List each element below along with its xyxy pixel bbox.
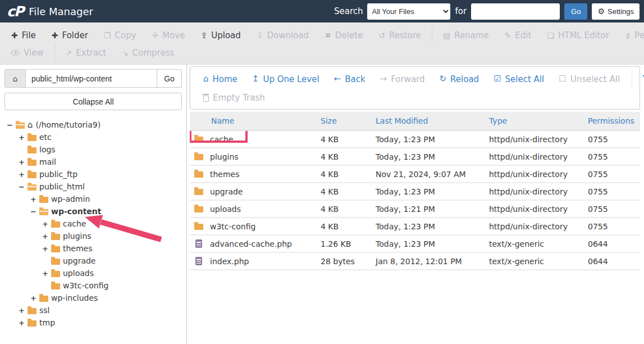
path-go-button[interactable]: Go [157, 69, 182, 88]
up-icon: ↥ [252, 75, 259, 83]
tree-item-logs[interactable]: logs [4, 143, 182, 156]
tree-label: ssl [39, 306, 49, 315]
extract-icon: ↗ [66, 49, 72, 57]
expand-icon[interactable]: + [19, 158, 25, 166]
label: Extract [76, 48, 106, 58]
navigation-box: ⌂Home↥Up One Level←Back→Forward↻Reload☑S… [190, 66, 640, 110]
column-header-type[interactable]: Type [485, 112, 583, 130]
nav-forward-button: →Forward [373, 74, 432, 84]
toolbar-file-button[interactable]: ✚File [3, 28, 44, 43]
label: View [24, 48, 44, 58]
collapse-icon[interactable]: − [19, 183, 25, 191]
tree-item-wp-content[interactable]: −wp-content [4, 205, 182, 218]
file-row-advanced-cache-php[interactable]: advanced-cache.php1.26 KBToday, 1:23 PMt… [190, 235, 640, 252]
cell-size: 4 KB [316, 183, 371, 200]
folder-icon [39, 296, 48, 302]
tree-label: uploads [63, 269, 94, 278]
nav-home-button[interactable]: ⌂Home [196, 74, 245, 84]
file-row-upgrade[interactable]: upgrade4 KBToday, 1:23 PMhttpd/unix-dire… [190, 183, 640, 200]
file-row-w3tc-config[interactable]: w3tc-config4 KBToday, 1:23 PMhttpd/unix-… [190, 218, 640, 235]
cell-last-modified: Today, 1:21 PM [371, 200, 485, 218]
file-table: Name Size Last Modified Type Permissions… [190, 112, 640, 270]
expand-icon[interactable]: + [30, 294, 36, 302]
search-go-button[interactable]: Go [564, 3, 587, 20]
tree-label: mail [39, 157, 56, 166]
collapse-icon[interactable]: − [30, 207, 36, 216]
tree-item-themes[interactable]: +themes [4, 242, 182, 255]
file-name: cache [210, 135, 233, 144]
search-scope-select[interactable]: All Your Files [367, 3, 450, 20]
label: Edit [515, 30, 531, 40]
path-bar: ⌂ Go [4, 69, 182, 88]
folder-icon [28, 320, 36, 327]
settings-label: Settings [608, 7, 634, 16]
column-header-name[interactable]: Name [190, 112, 316, 130]
folder-icon [194, 206, 203, 212]
expand-icon[interactable]: + [19, 170, 25, 179]
nav-back-button[interactable]: ←Back [327, 74, 373, 84]
toolbar-view-button: View [3, 45, 52, 61]
cell-last-modified: Today, 1:23 PM [371, 148, 485, 165]
home-icon: ⌂ [203, 75, 209, 83]
tree-item-etc[interactable]: +etc [4, 131, 182, 143]
nav-row-2: Empty Trash [196, 88, 634, 107]
cell-type: text/x-generic [485, 252, 583, 270]
nav-up-one-level-button[interactable]: ↥Up One Level [245, 74, 327, 84]
file-row-uploads[interactable]: uploads4 KBToday, 1:21 PMhttpd/unix-dire… [190, 200, 640, 218]
tree-label: w3tc-config [63, 281, 108, 290]
cell-permissions: 0755 [583, 165, 640, 183]
search-input[interactable] [471, 3, 560, 20]
tree-item-uploads[interactable]: +uploads [4, 267, 182, 279]
path-input[interactable] [26, 69, 157, 88]
column-header-permissions[interactable]: Permissions [583, 112, 640, 130]
search-label: Search [334, 6, 363, 16]
toolbar-html-editor-button: ❏HTML Editor [539, 28, 616, 43]
home-path-button[interactable]: ⌂ [4, 69, 26, 88]
tree-item-wp-admin[interactable]: +wp-admin [4, 193, 182, 205]
nav-view-trash-button[interactable]: View Trash [637, 74, 644, 84]
file-row-index-php[interactable]: index.php28 bytesJan 8, 2012, 12:01 PMte… [190, 252, 640, 270]
expand-icon[interactable]: + [19, 319, 25, 327]
folder-icon [28, 172, 36, 178]
label: Move [162, 30, 185, 40]
tree-item-tmp[interactable]: +tmp [4, 316, 182, 329]
tree-item-mail[interactable]: +mail [4, 156, 182, 168]
tree-item-w3tc-config[interactable]: w3tc-config [4, 279, 182, 292]
tree-label: upgrade [63, 256, 95, 265]
tree-item-public-html[interactable]: −public_html [4, 180, 182, 193]
file-row-themes[interactable]: themes4 KBNov 21, 2024, 9:07 AMhttpd/uni… [190, 165, 640, 183]
header-bar: cP File Manager Search All Your Files fo… [0, 0, 644, 22]
tree-item-wp-includes[interactable]: +wp-includes [4, 292, 182, 304]
tree-item-home-tutoria9[interactable]: −⌂(/home/tutoria9) [4, 119, 182, 131]
file-row-plugins[interactable]: plugins4 KBToday, 1:23 PMhttpd/unix-dire… [190, 148, 640, 165]
nav-reload-button[interactable]: ↻Reload [432, 74, 487, 84]
download-icon: ⇩ [257, 31, 263, 39]
expand-icon[interactable]: + [42, 269, 48, 278]
nav-select-all-button[interactable]: ☑Select All [486, 74, 551, 84]
tree-item-public-ftp[interactable]: +public_ftp [4, 168, 182, 180]
expand-icon[interactable]: + [19, 133, 25, 142]
folder-icon [194, 189, 203, 195]
expand-icon[interactable]: + [42, 245, 48, 253]
expand-icon[interactable]: + [42, 232, 48, 241]
toolbar-upload-button[interactable]: ⇪Upload [193, 28, 249, 43]
settings-button[interactable]: ⚙ Settings [592, 3, 640, 20]
label: Compress [133, 48, 174, 58]
expand-icon[interactable]: + [30, 195, 36, 203]
file-row-cache[interactable]: cache4 KBToday, 1:23 PMhttpd/unix-direct… [190, 130, 640, 148]
tree-item-upgrade[interactable]: upgrade [4, 255, 182, 267]
cell-name: upgrade [194, 183, 312, 200]
tree-item-plugins[interactable]: +plugins [4, 230, 182, 242]
column-header-last-modified[interactable]: Last Modified [371, 112, 485, 130]
toolbar-folder-button[interactable]: ✚Folder [44, 28, 96, 43]
collapse-icon[interactable]: − [7, 121, 13, 129]
collapse-all-button[interactable]: Collapse All [4, 93, 182, 110]
expand-icon[interactable]: + [42, 220, 48, 228]
tree-item-ssl[interactable]: +ssl [4, 304, 182, 316]
sidebar: ⌂ Go Collapse All −⌂(/home/tutoria9)+etc… [0, 65, 187, 344]
cell-last-modified: Today, 1:23 PM [371, 235, 485, 252]
expand-icon[interactable]: + [19, 306, 25, 315]
tree-item-cache[interactable]: +cache [4, 218, 182, 230]
column-header-size[interactable]: Size [316, 112, 371, 130]
file-name: w3tc-config [210, 222, 255, 231]
